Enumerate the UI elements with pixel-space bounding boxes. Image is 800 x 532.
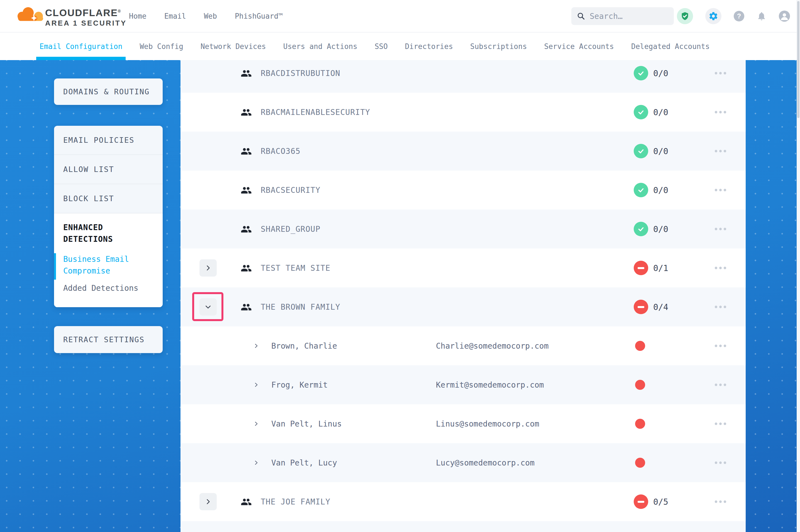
tab-service-accounts[interactable]: Service Accounts <box>544 33 614 60</box>
row-menu-icon[interactable] <box>715 384 726 386</box>
expand-button[interactable] <box>199 259 217 277</box>
table-row: THE JOE FAMILY 0/5 <box>181 482 746 521</box>
row-menu-icon[interactable] <box>715 111 726 114</box>
collapse-button[interactable] <box>199 298 217 316</box>
member-count: 0/0 <box>653 146 668 156</box>
enhanced-detections-section: ENHANCED DETECTIONS Business Email Compr… <box>54 213 163 307</box>
cloudflare-cloud-icon <box>16 5 44 23</box>
brand-name: CLOUDFLARE® <box>45 7 121 18</box>
member-name: Frog, Kermit <box>271 380 328 390</box>
sidebar-item-email-policies[interactable]: EMAIL POLICIES <box>54 126 163 155</box>
status-dot <box>635 341 645 351</box>
nav-item-email[interactable]: Email <box>164 12 186 20</box>
row-menu-icon[interactable] <box>715 150 726 152</box>
domains-routing-label: DOMAINS & ROUTING <box>63 88 150 96</box>
group-icon <box>241 264 252 272</box>
app-header: CLOUDFLARE® AREA 1 SECURITY Home Email W… <box>0 0 800 32</box>
table-row-member: Frog, Kermit Kermit@somedemocorp.com <box>181 365 746 404</box>
table-row-member: Van Pelt, Linus Linus@somedemocorp.com <box>181 404 746 443</box>
group-icon <box>241 108 252 117</box>
table-row: RBACDISTRUBUTION 0/0 <box>181 60 746 93</box>
member-count: 0/4 <box>653 302 668 312</box>
active-item-indicator <box>54 253 56 280</box>
status-minus-badge <box>634 261 648 275</box>
search-box[interactable] <box>571 7 674 25</box>
tab-web-config[interactable]: Web Config <box>140 33 183 60</box>
user-account-icon[interactable] <box>779 11 790 22</box>
chevron-right-icon[interactable] <box>254 421 259 426</box>
table-row: TEST TEAM SITE 0/1 <box>181 248 746 287</box>
table-row-member: Brown, Charlie Charlie@somedemocorp.com <box>181 326 746 365</box>
search-input[interactable] <box>590 12 662 21</box>
nav-item-web[interactable]: Web <box>204 12 217 20</box>
chevron-right-icon[interactable] <box>254 343 259 349</box>
nav-item-phishguard[interactable]: PhishGuard™ <box>235 12 283 20</box>
sidebar-item-added-detections[interactable]: Added Detections <box>63 284 153 293</box>
member-count: 0/0 <box>653 69 668 78</box>
sidebar-item-domains-routing[interactable]: DOMAINS & ROUTING <box>54 78 163 105</box>
group-icon <box>241 69 252 78</box>
scrollbar[interactable] <box>797 0 800 532</box>
sidebar-policies-card: EMAIL POLICIES ALLOW LIST BLOCK LIST ENH… <box>54 126 163 307</box>
sidebar-item-business-email-compromise[interactable]: Business Email Compromise <box>63 253 133 277</box>
member-email: Linus@somedemocorp.com <box>436 419 539 429</box>
help-icon[interactable] <box>734 11 744 21</box>
row-menu-icon[interactable] <box>715 423 726 425</box>
table-row: RBACSECURITY 0/0 <box>181 171 746 210</box>
tab-email-configuration[interactable]: Email Configuration <box>39 33 122 60</box>
table-row: THE BROWN FAMILY 0/4 <box>181 287 746 326</box>
sidebar-item-allow-list[interactable]: ALLOW LIST <box>54 155 163 184</box>
table-row: RBACMAILENABLESECURITY 0/0 <box>181 93 746 132</box>
row-menu-icon[interactable] <box>715 189 726 191</box>
notifications-bell-icon[interactable] <box>757 11 767 21</box>
status-check-badge <box>634 144 648 158</box>
group-name: TEST TEAM SITE <box>261 264 330 273</box>
registered-mark: ® <box>118 9 121 13</box>
table-row: RBACO365 0/0 <box>181 132 746 171</box>
scrollbar-thumb[interactable] <box>797 1 799 118</box>
tab-directories[interactable]: Directories <box>405 33 453 60</box>
tab-network-devices[interactable]: Network Devices <box>201 33 266 60</box>
row-menu-icon[interactable] <box>715 228 726 230</box>
group-name: RBACMAILENABLESECURITY <box>261 108 370 117</box>
row-menu-icon[interactable] <box>715 72 726 75</box>
member-email: Charlie@somedemocorp.com <box>436 341 549 350</box>
nav-item-home[interactable]: Home <box>129 12 146 20</box>
enhanced-detections-title: ENHANCED DETECTIONS <box>63 222 133 245</box>
member-name: Van Pelt, Lucy <box>271 458 337 468</box>
tab-subscriptions[interactable]: Subscriptions <box>470 33 527 60</box>
group-icon <box>241 147 252 155</box>
member-count: 0/0 <box>653 224 668 234</box>
search-icon <box>577 12 585 20</box>
table-row-member: Van Pelt, Lucy Lucy@somedemocorp.com <box>181 443 746 482</box>
row-menu-icon[interactable] <box>715 500 726 503</box>
row-menu-icon[interactable] <box>715 267 726 269</box>
sidebar-item-retract-settings[interactable]: RETRACT SETTINGS <box>54 326 163 353</box>
cloudflare-logo: CLOUDFLARE® AREA 1 SECURITY <box>16 4 110 28</box>
tab-users-and-actions[interactable]: Users and Actions <box>283 33 357 60</box>
group-icon <box>241 186 252 194</box>
member-name: Brown, Charlie <box>271 341 337 350</box>
groups-table: RBACDISTRUBUTION 0/0 RBACMAILENABLESECUR… <box>181 60 746 532</box>
config-tabs: Email Configuration Web Config Network D… <box>0 32 800 60</box>
group-icon <box>241 497 252 506</box>
tab-delegated-accounts[interactable]: Delegated Accounts <box>631 33 710 60</box>
shield-check-icon[interactable] <box>677 8 693 24</box>
row-menu-icon[interactable] <box>715 306 726 308</box>
chevron-right-icon[interactable] <box>254 382 259 387</box>
chevron-right-icon[interactable] <box>254 460 259 466</box>
member-count: 0/0 <box>653 108 668 117</box>
sidebar-item-block-list[interactable]: BLOCK LIST <box>54 184 163 213</box>
expand-button[interactable] <box>199 493 217 510</box>
group-name: RBACO365 <box>261 147 301 156</box>
settings-gear-icon[interactable] <box>705 8 722 24</box>
row-menu-icon[interactable] <box>715 462 726 464</box>
group-name: SHARED_GROUP <box>261 225 320 234</box>
member-email: Kermit@somedemocorp.com <box>436 380 544 390</box>
status-dot <box>635 419 645 429</box>
member-name: Van Pelt, Linus <box>271 419 342 429</box>
tab-sso[interactable]: SSO <box>375 33 388 60</box>
group-icon <box>241 302 252 311</box>
row-menu-icon[interactable] <box>715 345 726 347</box>
top-navigation: Home Email Web PhishGuard™ <box>129 0 283 32</box>
